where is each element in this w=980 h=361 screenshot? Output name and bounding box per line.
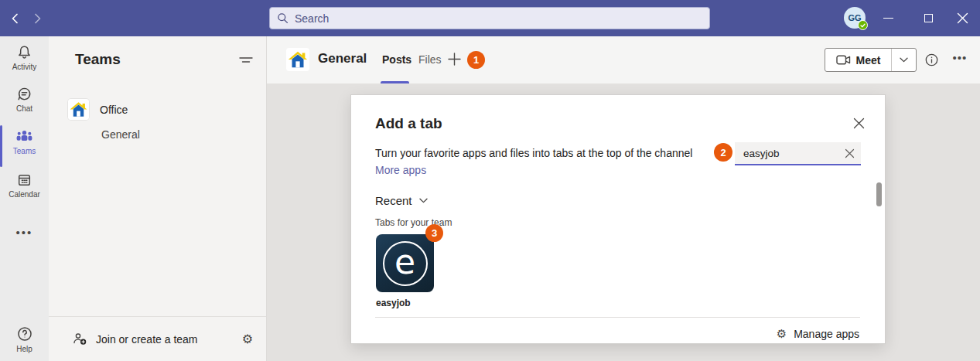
panel-footer: Join or create a team ⚙	[49, 316, 266, 361]
search-bar[interactable]	[269, 7, 710, 29]
presence-available-icon	[858, 20, 868, 30]
minimize-button[interactable]	[870, 0, 906, 36]
tab-files[interactable]: Files	[418, 53, 442, 66]
sidebar-item-calendar[interactable]: Calendar	[0, 172, 49, 199]
recent-dropdown[interactable]: Recent	[375, 194, 428, 207]
camera-icon	[836, 55, 851, 65]
app-name-label: easyjob	[376, 298, 411, 308]
app-search-field[interactable]	[735, 142, 861, 165]
calendar-icon	[0, 172, 49, 188]
dialog-close-icon[interactable]	[853, 117, 865, 129]
minimize-icon	[883, 18, 893, 19]
meet-split-button[interactable]: Meet	[825, 48, 917, 72]
avatar[interactable]: GG	[844, 7, 866, 29]
person-add-icon	[73, 332, 87, 346]
team-name: Office	[100, 104, 128, 116]
meet-label: Meet	[856, 54, 881, 66]
house-icon	[68, 99, 89, 120]
dialog-description: Turn your favorite apps and files into t…	[375, 147, 731, 159]
team-item-office[interactable]: Office	[68, 99, 128, 120]
channel-item-general[interactable]: General	[101, 128, 140, 141]
panel-title: Teams	[75, 51, 121, 68]
teams-people-icon	[0, 128, 49, 145]
sidebar-item-label: Chat	[16, 104, 32, 113]
recent-label: Recent	[375, 194, 412, 207]
close-window-button[interactable]	[944, 0, 980, 36]
dialog-divider	[375, 317, 860, 318]
sidebar-item-help[interactable]: Help	[0, 325, 49, 353]
app-search-input[interactable]	[743, 148, 845, 159]
chevron-down-icon	[900, 57, 908, 63]
teams-panel: Teams Office General Join or create a te…	[49, 36, 267, 361]
step-badge-2: 2	[714, 143, 732, 162]
info-icon[interactable]	[925, 53, 938, 66]
help-icon	[0, 325, 49, 342]
chevron-down-icon	[419, 198, 428, 203]
dialog-title: Add a tab	[375, 115, 442, 132]
close-icon	[957, 12, 968, 24]
tab-posts[interactable]: Posts	[382, 53, 411, 66]
house-icon	[286, 48, 309, 71]
active-tab-indicator	[381, 81, 409, 83]
meet-button[interactable]: Meet	[825, 49, 891, 71]
dialog-scrollbar-thumb[interactable]	[876, 182, 882, 206]
manage-apps-label: Manage apps	[794, 328, 859, 340]
clear-search-icon[interactable]	[845, 148, 855, 158]
rail-more-apps-icon[interactable]: •••	[0, 226, 49, 239]
meet-options-chevron[interactable]	[892, 49, 916, 71]
add-tab-plus-icon[interactable]	[448, 53, 461, 66]
sidebar-item-activity[interactable]: Activity	[0, 44, 49, 71]
manage-apps-gear-icon: ⚙	[777, 327, 787, 341]
sidebar-item-label: Help	[16, 345, 32, 353]
sidebar-item-label: Activity	[12, 63, 37, 71]
easyjob-logo-ring: e	[383, 241, 428, 286]
filter-icon[interactable]	[239, 55, 253, 66]
channel-more-options-icon[interactable]: •••	[950, 51, 970, 64]
bell-icon	[0, 44, 49, 60]
sidebar-item-chat[interactable]: Chat	[0, 86, 49, 113]
add-a-tab-dialog: Add a tab Turn your favorite apps and fi…	[350, 94, 886, 344]
channel-header: General Posts Files 1 Meet •••	[267, 36, 980, 83]
channel-title: General	[318, 51, 367, 66]
maximize-icon	[924, 14, 933, 22]
manage-apps-link[interactable]: ⚙ Manage apps	[777, 327, 859, 341]
search-icon	[277, 12, 289, 24]
join-or-create-team-link[interactable]: Join or create a team	[96, 333, 234, 346]
sidebar-item-label: Calendar	[9, 190, 40, 199]
step-badge-1: 1	[467, 51, 485, 69]
search-input[interactable]	[295, 12, 702, 25]
team-settings-gear-icon[interactable]: ⚙	[242, 332, 253, 346]
easyjob-app-tile[interactable]: e	[376, 234, 434, 292]
step-badge-3: 3	[425, 224, 443, 242]
sidebar-item-label: Teams	[13, 147, 36, 155]
maximize-button[interactable]	[910, 0, 946, 36]
sidebar-item-teams[interactable]: Teams	[0, 128, 49, 155]
app-rail: Activity Chat Teams Calendar ••• Help	[0, 36, 49, 361]
forward-icon[interactable]	[30, 12, 44, 26]
titlebar: GG	[0, 0, 980, 36]
easyjob-logo-letter: e	[394, 245, 415, 279]
channel-name: General	[101, 128, 140, 141]
more-apps-link[interactable]: More apps	[375, 164, 426, 176]
back-icon[interactable]	[9, 12, 22, 26]
chat-bubble-icon	[0, 86, 49, 102]
